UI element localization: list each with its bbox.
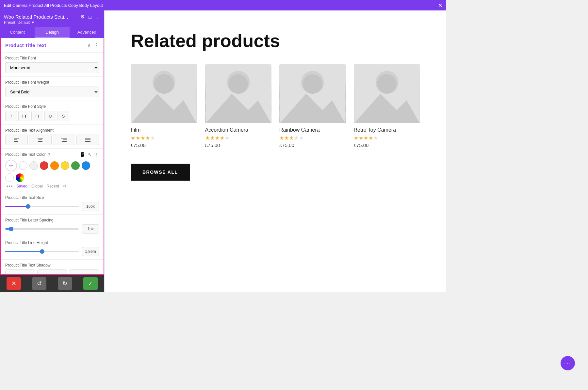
collapse-icon[interactable]: ∧	[87, 42, 91, 48]
svg-rect-2	[14, 141, 18, 142]
product-card-film[interactable]: Film ★★★★★ £75.00	[131, 64, 197, 148]
svg-rect-4	[39, 139, 42, 140]
underline-button[interactable]: U	[44, 111, 56, 121]
product-stars-film: ★★★★★	[131, 135, 197, 141]
product-image-rainbow	[279, 64, 346, 123]
shadow-dark-right[interactable]: aA	[69, 269, 99, 275]
strikethrough-button[interactable]: TT	[31, 111, 43, 121]
panel-section: Product Title Text ∧ ⋮ Product Title Fon…	[0, 38, 104, 275]
product-image-retro	[354, 64, 420, 123]
color-control: Product Title Text Color ? 📱 ↖ ⋮ ✏	[1, 148, 104, 192]
svg-rect-3	[38, 138, 43, 138]
save-button[interactable]: ✓	[83, 277, 98, 290]
shadow-light-right[interactable]: aA	[37, 269, 67, 275]
cursor-icon[interactable]: ↖	[88, 152, 92, 157]
align-control: Product Title Text Alignment	[1, 124, 104, 148]
tab-advanced[interactable]: Advanced	[70, 27, 104, 38]
eyedropper-icon: ✏	[9, 163, 13, 168]
text-size-value: 16px	[82, 202, 99, 211]
product-stars-rainbow: ★★★★★	[279, 135, 346, 141]
shadow-none[interactable]	[5, 269, 35, 275]
font-style-control: Product Title Font Style I TT TT U S	[1, 101, 104, 124]
sidebar-widget-title: Woo Related Products Setti...	[4, 14, 68, 20]
svg-rect-9	[85, 138, 90, 138]
product-price-accordion: £75.00	[205, 142, 272, 148]
color-swatches: ✏	[5, 160, 99, 182]
svg-rect-11	[85, 141, 90, 142]
strikethrough2-button[interactable]: S	[57, 111, 69, 121]
color-swatch-white1[interactable]	[19, 161, 27, 170]
svg-point-21	[301, 71, 324, 94]
align-justify-button[interactable]	[76, 135, 99, 145]
font-weight-control: Product Title Font Weight Semi Bold	[1, 76, 104, 101]
color-settings-icon[interactable]: ⚙	[63, 184, 67, 188]
product-stars-accordion: ★★★★★	[205, 135, 272, 141]
color-swatch-white2[interactable]	[29, 161, 38, 170]
svg-rect-6	[61, 138, 67, 138]
related-products-title: Related products	[131, 30, 420, 51]
dots-button[interactable]	[7, 186, 12, 187]
line-height-value: 1.8em	[82, 247, 99, 256]
mobile-icon[interactable]: 📱	[80, 152, 85, 157]
product-card-retro[interactable]: Retro Toy Camera ★★★★★ £75.00	[354, 64, 420, 148]
section-header: Product Title Text ∧ ⋮	[1, 38, 104, 52]
color-tab-recent[interactable]: Recent	[47, 184, 59, 188]
font-select[interactable]: Montserrat	[5, 62, 99, 73]
line-height-slider-row: 1.8em	[5, 247, 99, 256]
color-swatch-white3[interactable]	[5, 173, 14, 182]
bold-button[interactable]: TT	[18, 111, 30, 121]
bottom-bar: ✕ ↺ ↻ ✓	[0, 275, 104, 292]
font-weight-label: Product Title Font Weight	[5, 80, 99, 85]
svg-rect-8	[62, 141, 67, 142]
align-label: Product Title Text Alignment	[5, 128, 99, 133]
color-swatch-yellow[interactable]	[61, 161, 69, 170]
layout-icon[interactable]: □	[89, 14, 91, 20]
color-label-row: Product Title Text Color ?	[5, 152, 50, 157]
color-tab-saved[interactable]: Saved	[16, 184, 27, 188]
product-name-retro: Retro Toy Camera	[354, 127, 420, 133]
letter-spacing-label: Product Title Letter Spacing	[5, 218, 99, 222]
color-label: Product Title Text Color	[5, 152, 46, 157]
cancel-button[interactable]: ✕	[7, 277, 21, 290]
sidebar-title-icons: ⚙ □ ⋮	[80, 14, 100, 20]
color-swatch-orange[interactable]	[50, 161, 59, 170]
align-left-button[interactable]	[5, 135, 28, 145]
color-picker-active[interactable]: ✏	[5, 160, 17, 171]
text-size-slider-row: 16px	[5, 202, 99, 211]
align-center-button[interactable]	[29, 135, 52, 145]
font-weight-select[interactable]: Semi Bold	[5, 87, 99, 97]
tab-content[interactable]: Content	[0, 27, 35, 38]
color-tab-global[interactable]: Global	[31, 184, 43, 188]
svg-rect-1	[14, 139, 17, 140]
color-tabs: Saved Global Recent ⚙	[5, 184, 99, 188]
products-grid: Film ★★★★★ £75.00 Accordion Camera ★	[131, 64, 420, 148]
tab-design[interactable]: Design	[35, 27, 69, 38]
section-menu-icon[interactable]: ⋮	[94, 42, 99, 48]
color-menu-icon[interactable]: ⋮	[94, 152, 99, 157]
text-size-slider[interactable]	[5, 206, 79, 207]
letter-spacing-value: 1px	[82, 224, 99, 234]
color-swatch-red[interactable]	[40, 161, 48, 170]
color-control-header: Product Title Text Color ? 📱 ↖ ⋮	[5, 152, 99, 157]
settings-icon[interactable]: ⚙	[80, 14, 85, 20]
color-help-icon[interactable]: ?	[48, 152, 50, 157]
color-swatch-blue[interactable]	[82, 161, 90, 170]
svg-point-15	[153, 71, 175, 94]
redo-button[interactable]: ↻	[58, 277, 72, 290]
undo-button[interactable]: ↺	[32, 277, 46, 290]
letter-spacing-slider[interactable]	[5, 228, 79, 230]
color-swatch-green[interactable]	[71, 161, 80, 170]
browse-all-button[interactable]: BROWSE ALL	[131, 164, 190, 181]
preset-label[interactable]: Preset: Default ▼	[4, 20, 100, 25]
svg-rect-0	[14, 138, 19, 138]
color-swatch-gradient[interactable]	[16, 173, 24, 182]
close-button[interactable]: ✕	[438, 2, 442, 8]
product-card-rainbow[interactable]: Rainbow Camera ★★★★★ £75.00	[279, 64, 346, 148]
letter-spacing-slider-row: 1px	[5, 224, 99, 234]
align-right-button[interactable]	[53, 135, 75, 145]
line-height-slider[interactable]	[5, 251, 79, 252]
product-card-accordion[interactable]: Accordion Camera ★★★★★ £75.00	[205, 64, 272, 148]
more-icon[interactable]: ⋮	[95, 14, 100, 20]
align-buttons-group	[5, 135, 99, 145]
italic-button[interactable]: I	[5, 111, 17, 121]
